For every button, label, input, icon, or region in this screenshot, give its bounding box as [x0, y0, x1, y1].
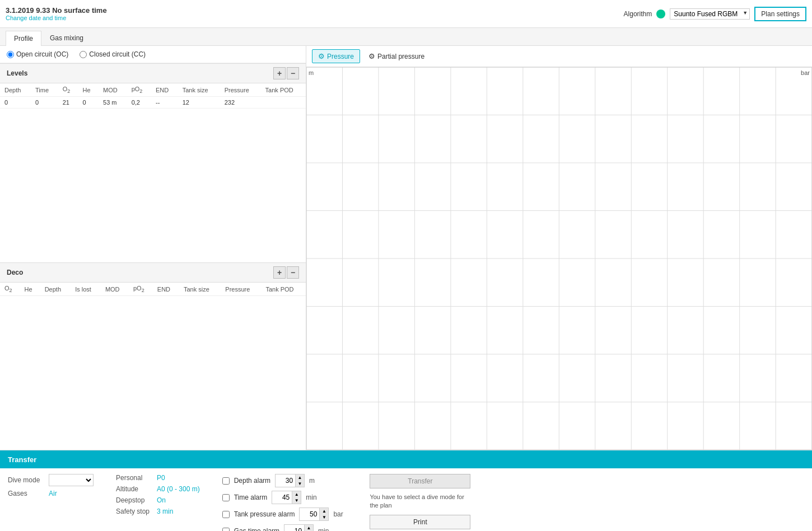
algorithm-select[interactable]: Suunto Fused RGBM	[670, 8, 750, 20]
depth-alarm-down[interactable]: ▼	[295, 481, 304, 487]
deco-remove-button[interactable]: −	[287, 266, 299, 279]
deco-title: Deco	[7, 269, 23, 276]
levels-table: Depth Time O2 He MOD pO2 END Tank size P…	[0, 83, 306, 109]
depth-alarm-input[interactable]	[276, 476, 295, 486]
dive-mode-select[interactable]	[49, 474, 94, 486]
levels-col-tank-size: Tank size	[178, 83, 220, 97]
gas-time-alarm-label: Gas time alarm	[234, 527, 279, 531]
time-alarm-spinner-btns: ▲ ▼	[292, 491, 301, 504]
open-circuit-radio[interactable]: Open circuit (OC)	[7, 50, 68, 58]
depth-alarm-unit: m	[309, 477, 323, 485]
tank-pressure-alarm-up[interactable]: ▲	[319, 508, 328, 514]
deco-add-button[interactable]: +	[273, 266, 286, 279]
levels-add-button[interactable]: +	[273, 67, 286, 79]
gases-label: Gases	[8, 490, 44, 497]
depth-alarm-up[interactable]: ▲	[295, 474, 304, 481]
personal-row: Personal P0	[116, 474, 200, 482]
altitude-value: A0 (0 - 300 m)	[157, 485, 200, 493]
chart-svg	[306, 67, 812, 450]
deco-spacer	[0, 296, 306, 450]
tank-pressure-alarm-row: Tank pressure alarm ▲ ▼ bar	[222, 507, 348, 521]
cell-tank-size: 12	[178, 97, 220, 109]
time-alarm-up[interactable]: ▲	[292, 491, 301, 497]
right-panel: ⚙ Pressure ⚙ Partial pressure m bar	[306, 46, 812, 450]
gas-time-alarm-unit: min	[318, 527, 332, 531]
levels-col-po2: pO2	[127, 83, 151, 97]
pressure-button[interactable]: ⚙ Pressure	[312, 49, 360, 63]
time-alarm-row: Time alarm ▲ ▼ min	[222, 491, 348, 504]
tab-profile[interactable]: Profile	[6, 31, 41, 46]
gas-time-alarm-spinner: ▲ ▼	[284, 524, 314, 531]
action-col: Transfer You have to select a dive mode …	[370, 474, 470, 529]
plan-settings-button[interactable]: Plan settings	[754, 7, 806, 21]
header-left: 3.1.2019 9.33 No surface time Change dat…	[6, 6, 107, 21]
algorithm-label: Algorithm	[624, 10, 652, 18]
cell-depth: 0	[0, 97, 31, 109]
safety-stop-row: Safety stop 3 min	[116, 507, 200, 515]
time-alarm-down[interactable]: ▼	[292, 497, 301, 504]
deco-controls: + −	[273, 266, 299, 279]
levels-title: Levels	[7, 69, 27, 77]
open-circuit-input[interactable]	[7, 51, 14, 58]
chart-label-m: m	[309, 69, 314, 76]
cell-pressure: 232	[220, 97, 261, 109]
cell-end: --	[151, 97, 178, 109]
change-date-link[interactable]: Change date and time	[6, 15, 107, 21]
chart-area: m bar	[306, 67, 812, 450]
levels-spacer	[0, 109, 306, 262]
cell-he: 0	[78, 97, 99, 109]
deco-col-mod: MOD	[101, 283, 129, 296]
tank-pressure-alarm-input[interactable]	[300, 509, 319, 519]
partial-pressure-button[interactable]: ⚙ Partial pressure	[362, 49, 431, 63]
print-button[interactable]: Print	[370, 515, 470, 529]
deco-col-is-lost: Is lost	[71, 283, 101, 296]
alarm-col: Depth alarm ▲ ▼ m Time alarm ▲	[222, 474, 348, 531]
tank-pressure-alarm-checkbox[interactable]	[222, 511, 230, 518]
depth-alarm-spinner: ▲ ▼	[275, 474, 305, 487]
closed-circuit-label: Closed circuit (CC)	[89, 50, 146, 58]
closed-circuit-radio[interactable]: Closed circuit (CC)	[80, 50, 146, 58]
tank-pressure-alarm-spinner: ▲ ▼	[299, 507, 329, 521]
cell-po2: 0,2	[127, 97, 151, 109]
deco-col-he: He	[20, 283, 40, 296]
transfer-section: Transfer Dive mode Gases Air Personal P0	[0, 450, 812, 531]
levels-col-o2: O2	[58, 83, 78, 97]
time-alarm-spinner: ▲ ▼	[272, 491, 301, 504]
deco-col-tank-pod: Tank POD	[261, 283, 306, 296]
closed-circuit-input[interactable]	[80, 51, 87, 58]
levels-remove-button[interactable]: −	[287, 67, 299, 79]
header: 3.1.2019 9.33 No surface time Change dat…	[0, 0, 812, 28]
gas-time-alarm-checkbox[interactable]	[222, 528, 230, 532]
levels-section-header: Levels + −	[0, 63, 306, 83]
transfer-button[interactable]: Transfer	[370, 474, 470, 488]
deco-col-depth: Depth	[40, 283, 71, 296]
levels-controls: + −	[273, 67, 299, 79]
deco-col-end: END	[153, 283, 179, 296]
depth-alarm-row: Depth alarm ▲ ▼ m	[222, 474, 348, 487]
time-alarm-checkbox[interactable]	[222, 494, 230, 501]
depth-alarm-checkbox[interactable]	[222, 477, 230, 485]
time-alarm-input[interactable]	[272, 492, 292, 502]
deco-table: O2 He Depth Is lost MOD pO2 END Tank siz…	[0, 283, 306, 296]
left-panel: Open circuit (OC) Closed circuit (CC) Le…	[0, 46, 306, 450]
tab-gas-mixing[interactable]: Gas mixing	[41, 30, 92, 45]
table-row: 0 0 21 0 53 m 0,2 -- 12 232	[0, 97, 306, 109]
transfer-col-mode: Dive mode Gases Air	[8, 474, 94, 497]
main-content: Open circuit (OC) Closed circuit (CC) Le…	[0, 46, 812, 450]
cell-mod: 53 m	[99, 97, 127, 109]
gases-row: Gases Air	[8, 490, 94, 497]
chart-toolbar: ⚙ Pressure ⚙ Partial pressure	[306, 46, 812, 67]
transfer-body: Dive mode Gases Air Personal P0 Altitude…	[0, 468, 812, 531]
open-circuit-label: Open circuit (OC)	[16, 50, 68, 58]
personal-value: P0	[157, 474, 165, 482]
app-title: 3.1.2019 9.33 No surface time	[6, 6, 107, 15]
safety-stop-value: 3 min	[157, 507, 173, 515]
gas-time-alarm-input[interactable]	[284, 526, 304, 531]
pressure-icon: ⚙	[318, 52, 325, 60]
levels-col-end: END	[151, 83, 178, 97]
tank-pressure-alarm-down[interactable]: ▼	[319, 514, 328, 520]
tank-pressure-alarm-spinner-btns: ▲ ▼	[319, 508, 328, 520]
tank-pressure-alarm-unit: bar	[333, 510, 347, 518]
gas-time-alarm-up[interactable]: ▲	[304, 525, 313, 531]
deepstop-label: Deepstop	[116, 496, 152, 504]
